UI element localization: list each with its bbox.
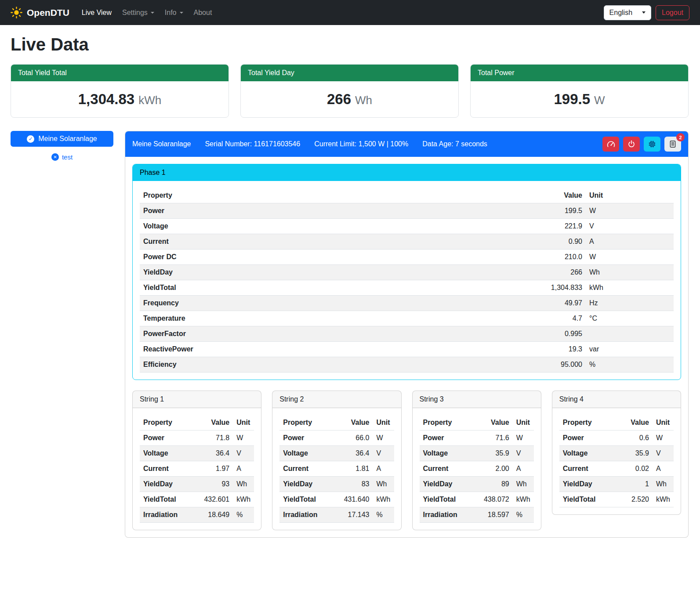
property-cell: YieldDay [140,265,533,280]
property-cell: Power [279,431,335,446]
string-3-table: Property Value Unit Power71.6WVoltage35.… [420,415,534,523]
value-cell: 4.7 [533,311,586,326]
string-3-title: String 3 [413,391,541,408]
value-cell: 95.000 [533,357,586,373]
phase-table: Property Value Unit Power199.5WVoltage22… [140,188,674,373]
value-cell: 199.5 [533,203,586,219]
value-cell: 83 [335,477,373,492]
value-cell: 210.0 [533,250,586,265]
property-header: Property [140,188,533,203]
unit-cell: V [586,219,674,234]
table-row: YieldDay1Wh [559,477,674,492]
value-cell: 266 [533,265,586,280]
card-body: 266Wh [241,81,458,117]
property-cell: Efficiency [140,357,533,373]
unit-cell: W [653,431,674,446]
property-cell: PowerFactor [140,326,533,342]
property-cell: YieldDay [279,477,335,492]
string-1-title: String 1 [133,391,261,408]
card-header: Total Yield Total [11,65,228,81]
event-log-button[interactable]: 2 [664,137,681,152]
unit-cell: W [233,431,254,446]
property-header: Property [279,415,335,431]
string-2-table: Property Value Unit Power66.0WVoltage36.… [279,415,394,523]
unit-cell: V [513,446,534,461]
card-body: 199.5W [471,81,688,117]
string-3-body: Property Value Unit Power71.6WVoltage35.… [413,408,541,530]
property-cell: YieldTotal [420,492,475,507]
unit-cell: Wh [513,477,534,492]
table-row: YieldTotal1,304.833kWh [140,280,674,296]
power-settings-button[interactable] [623,137,640,152]
property-cell: YieldTotal [559,492,615,507]
value-header: Value [533,188,586,203]
property-cell: Irradiation [140,507,195,523]
property-cell: Voltage [420,446,475,461]
table-row: YieldTotal2.520kWh [559,492,674,507]
string-4-table: Property Value Unit Power0.6WVoltage35.9… [559,415,674,507]
limit-settings-button[interactable] [602,137,619,152]
unit-cell: W [586,250,674,265]
strings-row: String 1 Property Value Unit [132,391,681,530]
unit-cell: Wh [653,477,674,492]
value-cell: 89 [475,477,513,492]
unit-cell: Wh [586,265,674,280]
property-cell: YieldTotal [279,492,335,507]
nav-item-settings[interactable]: Settings [118,5,159,20]
unit-cell: A [653,461,674,477]
property-cell: Irradiation [420,507,475,523]
table-row: Efficiency95.000% [140,357,674,373]
logout-button[interactable]: Logout [656,5,689,20]
table-row: YieldTotal438.072kWh [420,492,534,507]
value-cell: 431.640 [335,492,373,507]
string-4-body: Property Value Unit Power0.6WVoltage35.9… [552,408,681,514]
property-cell: Temperature [140,311,533,326]
string-1-table: Property Value Unit Power71.8WVoltage36.… [140,415,254,523]
device-info-button[interactable] [644,137,660,152]
value-cell: 0.6 [615,431,653,446]
total-power-unit: W [594,94,605,107]
table-row: Current0.02A [559,461,674,477]
property-cell: YieldDay [420,477,475,492]
brand-name: OpenDTU [27,7,69,18]
table-header-row: Property Value Unit [140,188,674,203]
gauge-icon [607,140,615,148]
phase-title: Phase 1 [133,164,681,181]
table-row: YieldDay89Wh [420,477,534,492]
unit-cell: V [653,446,674,461]
table-row: Current0.90A [140,234,674,250]
table-header-row: Property Value Unit [279,415,394,431]
property-header: Property [140,415,195,431]
total-yield-total-value: 1,304.83 [78,91,134,107]
property-cell: Current [140,234,533,250]
content-row: ✓ Meine Solaranlage ✕ test Meine Solaran… [11,131,689,538]
value-cell: 0.02 [615,461,653,477]
table-row: Irradiation17.143% [279,507,394,523]
value-cell: 0.90 [533,234,586,250]
nav-item-live-view[interactable]: Live View [77,5,116,20]
inverter-item-test[interactable]: ✕ test [11,153,113,161]
table-header-row: Property Value Unit [420,415,534,431]
check-circle-icon: ✓ [27,135,34,143]
unit-cell: V [373,446,394,461]
brand[interactable]: OpenDTU [11,7,69,18]
value-cell: 19.3 [533,342,586,357]
sun-logo-icon [11,7,22,18]
property-cell: Current [559,461,615,477]
nav-item-info[interactable]: Info [160,5,188,20]
value-cell: 18.597 [475,507,513,523]
language-select[interactable]: English [604,5,651,20]
string-2-body: Property Value Unit Power66.0WVoltage36.… [272,408,401,530]
nav-item-about[interactable]: About [189,5,217,20]
value-cell: 2.520 [615,492,653,507]
navbar-right: English Logout [604,5,689,20]
unit-cell: var [586,342,674,357]
property-cell: YieldDay [559,477,615,492]
string-2-card: String 2 Property Value Unit [272,391,401,530]
inverter-panel-body: Phase 1 Property Value Unit Power199.5WV… [125,157,688,537]
table-row: Current1.97A [140,461,254,477]
inverter-select-button[interactable]: ✓ Meine Solaranlage [11,131,113,147]
selected-inverter-label: Meine Solaranlage [38,135,97,143]
unit-cell: Hz [586,296,674,311]
chevron-down-icon [642,11,646,14]
